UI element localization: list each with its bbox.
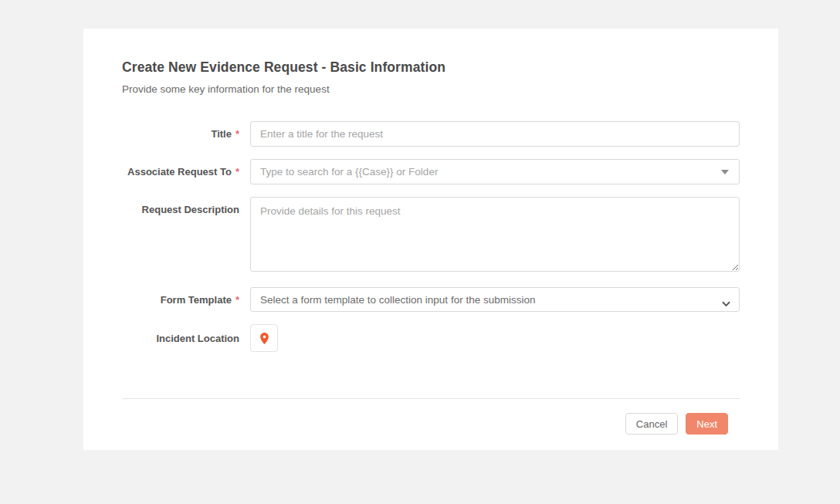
incident-location-label: Incident Location <box>156 333 239 344</box>
incident-location-button[interactable] <box>250 324 278 352</box>
form-template-field-row: Form Template * Select a form template t… <box>122 287 740 312</box>
request-description-field-cell <box>250 197 740 275</box>
request-description-label: Request Description <box>142 204 239 215</box>
associate-request-to-input[interactable] <box>250 159 740 184</box>
associate-request-to-label-cell: Associate Request To * <box>122 159 239 184</box>
footer-actions: Cancel Next <box>122 413 740 435</box>
form-template-field-cell: Select a form template to collection inp… <box>250 287 740 312</box>
incident-location-field-row: Incident Location <box>122 324 740 352</box>
location-pin-icon <box>258 331 271 346</box>
title-field-row: Title * <box>122 121 740 147</box>
form-template-select[interactable]: Select a form template to collection inp… <box>250 287 740 312</box>
basic-information-form: Title * Associate Request To * Request D… <box>122 121 740 352</box>
form-template-label-cell: Form Template * <box>122 287 239 312</box>
title-field-cell <box>250 121 740 147</box>
associate-request-to-label: Associate Request To <box>127 166 232 178</box>
required-asterisk: * <box>235 128 239 140</box>
create-evidence-request-card: Create New Evidence Request - Basic Info… <box>83 29 778 450</box>
next-button[interactable]: Next <box>686 413 728 435</box>
required-asterisk: * <box>235 294 239 306</box>
required-asterisk: * <box>235 166 239 178</box>
incident-location-field-cell <box>250 324 740 352</box>
associate-request-to-field-cell <box>250 159 740 184</box>
request-description-label-cell: Request Description <box>122 197 239 275</box>
title-label-cell: Title * <box>122 121 239 147</box>
title-label: Title <box>211 128 232 140</box>
associate-request-to-field-row: Associate Request To * <box>122 159 740 184</box>
request-description-textarea[interactable] <box>250 197 740 272</box>
footer-divider <box>122 398 740 399</box>
page-title: Create New Evidence Request - Basic Info… <box>122 59 740 76</box>
request-description-field-row: Request Description <box>122 197 740 275</box>
incident-location-label-cell: Incident Location <box>122 324 239 352</box>
cancel-button[interactable]: Cancel <box>625 413 678 435</box>
page-subtitle: Provide some key information for the req… <box>122 83 740 95</box>
form-template-label: Form Template <box>161 294 232 306</box>
title-input[interactable] <box>250 121 740 147</box>
